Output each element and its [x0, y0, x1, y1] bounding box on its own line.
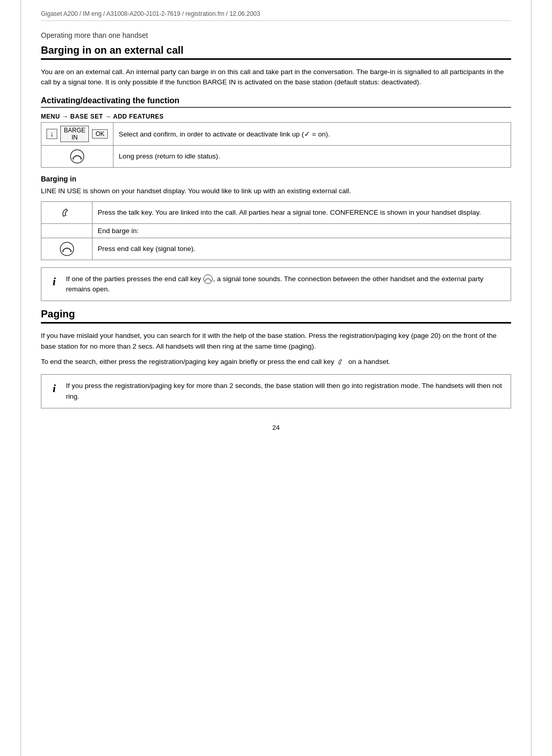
- table-row: Press end call key (signal tone).: [41, 238, 511, 260]
- talk-key-description: Press the talk key. You are linked into …: [93, 201, 511, 223]
- section1-body: You are on an external call. An internal…: [41, 67, 511, 88]
- press-end-call-description: Press end call key (signal tone).: [93, 238, 511, 260]
- end-call-icon-1: [70, 149, 85, 164]
- info-text-1: If one of the parties presses the end ca…: [66, 274, 502, 295]
- end-key-cell-2: [41, 238, 93, 260]
- info-box-1: i If one of the parties presses the end …: [41, 267, 511, 302]
- table-row: ↓ BARGE IN OK Select and confirm, in ord…: [41, 122, 511, 145]
- barge-in-label: BARGE IN: [60, 126, 89, 142]
- activation-description: Select and confirm, in order to activate…: [113, 122, 511, 145]
- ok-key: OK: [92, 129, 108, 139]
- section1-title: Barging in on an external call: [41, 44, 511, 60]
- long-press-description: Long press (return to idle status).: [113, 145, 511, 167]
- table-row: Press the talk key. You are linked into …: [41, 201, 511, 223]
- subsection1-title: Activating/deactivating the function: [41, 96, 511, 108]
- info-icon-2: i: [50, 382, 59, 395]
- talk-key-cell: [41, 201, 93, 223]
- menu-path: MENU → BASE SET → ADD FEATURES: [41, 113, 511, 120]
- activation-table: ↓ BARGE IN OK Select and confirm, in ord…: [41, 122, 511, 168]
- svg-point-0: [71, 150, 84, 163]
- svg-point-10: [203, 275, 212, 284]
- table-row: End barge in:: [41, 223, 511, 238]
- end-key-cell-1: [41, 145, 113, 167]
- info-box-2: i If you press the registration/paging k…: [41, 374, 511, 408]
- info-text-2: If you press the registration/paging key…: [66, 381, 502, 402]
- section2-title: Paging: [41, 308, 511, 324]
- paging-body2: To end the search, either press the regi…: [41, 357, 511, 367]
- end-barge-in-description: End barge in:: [93, 223, 511, 238]
- header-text: Gigaset A200 / IM eng / A31008-A200-J101…: [41, 10, 260, 17]
- down-arrow-key: ↓: [47, 129, 57, 139]
- barging-in-table: Press the talk key. You are linked into …: [41, 201, 511, 260]
- inline-talk-icon: [336, 357, 347, 367]
- page-header: Gigaset A200 / IM eng / A31008-A200-J101…: [41, 10, 511, 21]
- inline-end-call-icon: [203, 274, 213, 284]
- talk-key-icon: [59, 205, 75, 220]
- subsection2-title: Barging in: [41, 175, 511, 183]
- page-subtitle: Operating more than one handset: [41, 31, 511, 39]
- paging-body1: If you have mislaid your handset, you ca…: [41, 331, 511, 352]
- page-number: 24: [41, 424, 511, 431]
- barge-in-key-cell: ↓ BARGE IN OK: [41, 122, 113, 145]
- end-call-icon-2: [59, 241, 75, 257]
- info-icon-1: i: [50, 275, 59, 288]
- svg-point-5: [60, 242, 74, 256]
- subsection2-body: LINE IN USE is shown on your handset dis…: [41, 186, 511, 196]
- end-barge-in-label-cell: [41, 223, 93, 238]
- table-row: Long press (return to idle status).: [41, 145, 511, 167]
